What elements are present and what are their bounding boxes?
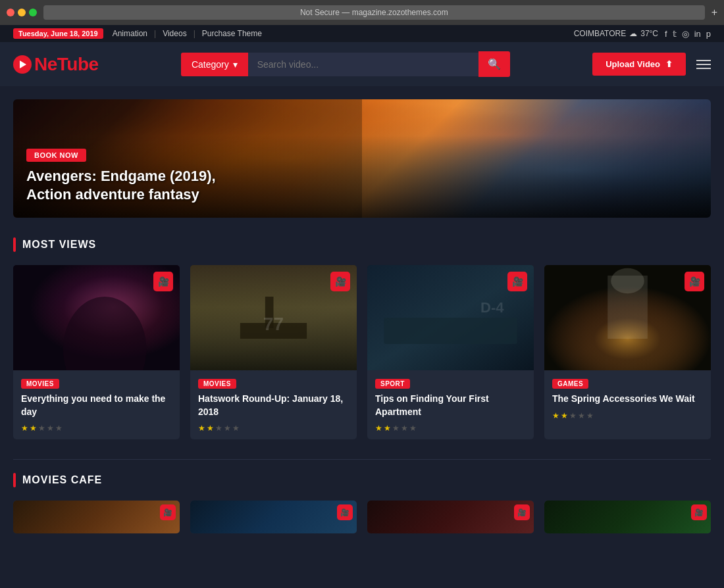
cafe-camera-icon-1: 🎥 xyxy=(163,508,172,517)
video-card-1[interactable]: 🎥 MOVIES Everything you need to make the… xyxy=(13,265,180,439)
upload-button[interactable]: Upload Video ⬆ xyxy=(592,53,686,76)
category-tag-3: SPORT xyxy=(375,379,410,389)
twitter-icon[interactable]: 𝕥 xyxy=(673,29,677,39)
movies-cafe-card-4[interactable]: 🎥 xyxy=(544,501,711,533)
star3-4: ★ xyxy=(401,424,408,433)
new-tab-button[interactable]: + xyxy=(711,7,717,18)
menu-button[interactable] xyxy=(696,60,711,69)
most-views-section: MOST VIEWS xyxy=(13,237,711,439)
maximize-dot[interactable] xyxy=(29,9,37,16)
logo-tube: Tube xyxy=(57,54,99,74)
minimize-dot[interactable] xyxy=(18,9,26,16)
movies-cafe-section: MOVIES CAFE 🎥 🎥 xyxy=(13,473,711,533)
movies-cafe-card-3[interactable]: 🎥 xyxy=(367,501,534,533)
nav-purchase[interactable]: Purchase Theme xyxy=(202,29,262,38)
section-title-most-views: MOST VIEWS xyxy=(22,239,96,251)
card-title-1: Everything you need to make the day xyxy=(21,393,172,418)
category-tag-1: MOVIES xyxy=(21,379,59,389)
cafe-video-badge-4: 🎥 xyxy=(691,504,707,520)
star3-5: ★ xyxy=(409,424,417,433)
star4-5: ★ xyxy=(586,411,594,420)
category-tag-4: GAMES xyxy=(552,379,588,389)
weather-info: COIMBATORE ☁ 37°C xyxy=(574,29,658,38)
svg-text:77: 77 xyxy=(263,314,284,334)
star4-4: ★ xyxy=(578,411,585,420)
most-views-cards-grid: 🎥 MOVIES Everything you need to make the… xyxy=(13,265,711,439)
nav-sep-1: | xyxy=(154,29,156,38)
top-info-bar: Tuesday, June 18, 2019 Animation | Video… xyxy=(0,25,724,42)
stars-4: ★ ★ ★ ★ ★ xyxy=(552,411,703,420)
logo-text: NeTube xyxy=(34,54,99,75)
stars-3: ★ ★ ★ ★ ★ xyxy=(375,424,526,433)
card-title-3: Tips on Finding Your First Apartment xyxy=(375,393,526,418)
card-body-3: SPORT Tips on Finding Your First Apartme… xyxy=(367,370,534,439)
hero-title-line2: Action adventure fantasy xyxy=(26,185,698,205)
logo-ne: Ne xyxy=(34,54,57,74)
svg-rect-11 xyxy=(384,318,517,344)
header-right: Upload Video ⬆ xyxy=(592,53,711,76)
dropdown-arrow-icon: ▾ xyxy=(233,59,238,70)
section-separator xyxy=(13,459,711,460)
video-card-2[interactable]: 77 🎥 MOVIES Hatswork Round-Up: January 1… xyxy=(190,265,357,439)
linkedin-icon[interactable]: in xyxy=(694,29,701,39)
card-thumb-2: 77 🎥 xyxy=(190,265,357,370)
movies-cafe-card-1[interactable]: 🎥 xyxy=(13,501,180,533)
svg-point-15 xyxy=(611,268,644,293)
upload-icon: ⬆ xyxy=(665,59,673,69)
instagram-icon[interactable]: ◎ xyxy=(682,29,689,39)
star3-3: ★ xyxy=(392,424,400,433)
nav-videos[interactable]: Videos xyxy=(163,29,186,38)
camera-icon-1: 🎥 xyxy=(158,276,169,287)
main-header: NeTube Category ▾ 🔍 Upload Video ⬆ xyxy=(0,42,724,86)
cafe-thumb-2: 🎥 xyxy=(190,501,357,533)
video-badge-1: 🎥 xyxy=(153,272,173,291)
date-badge: Tuesday, June 18, 2019 xyxy=(13,28,103,39)
social-icons: f 𝕥 ◎ in p xyxy=(665,29,711,39)
book-now-button[interactable]: BOOK NOW xyxy=(26,149,86,162)
card-thumb-4: 🎥 xyxy=(544,265,711,370)
pinterest-icon[interactable]: p xyxy=(706,29,711,39)
logo[interactable]: NeTube xyxy=(13,54,99,75)
search-button[interactable]: 🔍 xyxy=(478,51,510,77)
nav-animation[interactable]: Animation xyxy=(113,29,147,38)
search-input[interactable] xyxy=(248,53,478,76)
camera-icon-3: 🎥 xyxy=(512,276,523,287)
weather-icon: ☁ xyxy=(629,29,637,38)
category-label: Category xyxy=(192,59,229,70)
movies-cafe-card-2[interactable]: 🎥 xyxy=(190,501,357,533)
search-icon: 🔍 xyxy=(488,59,501,70)
facebook-icon[interactable]: f xyxy=(665,29,667,39)
star1-1: ★ xyxy=(21,424,28,433)
star4-1: ★ xyxy=(552,411,559,420)
upload-label: Upload Video xyxy=(606,59,660,69)
hero-title-line1: Avengers: Endgame (2019), xyxy=(26,167,698,186)
star2-2: ★ xyxy=(207,424,214,433)
menu-line-2 xyxy=(696,64,711,65)
video-card-4[interactable]: 🎥 GAMES The Spring Accessories We Wait ★… xyxy=(544,265,711,439)
star3-2: ★ xyxy=(384,424,391,433)
star2-3: ★ xyxy=(215,424,222,433)
address-bar[interactable]: Not Secure — magazine.zozothemes.com xyxy=(43,5,705,20)
search-area: Category ▾ 🔍 xyxy=(181,51,510,77)
section-bar-accent xyxy=(13,237,16,252)
location-text: COIMBATORE xyxy=(574,29,627,38)
menu-line-3 xyxy=(696,68,711,69)
star1-3: ★ xyxy=(38,424,45,433)
camera-icon-4: 🎥 xyxy=(689,276,700,287)
star2-4: ★ xyxy=(224,424,231,433)
hero-banner[interactable]: BOOK NOW Avengers: Endgame (2019), Actio… xyxy=(13,99,711,218)
cafe-video-badge-3: 🎥 xyxy=(514,504,530,520)
category-button[interactable]: Category ▾ xyxy=(181,53,248,76)
star4-2: ★ xyxy=(561,411,568,420)
star2-5: ★ xyxy=(232,424,240,433)
stars-2: ★ ★ ★ ★ ★ xyxy=(198,424,349,433)
close-dot[interactable] xyxy=(7,9,14,16)
star1-2: ★ xyxy=(30,424,37,433)
star1-5: ★ xyxy=(55,424,63,433)
card-title-2: Hatswork Round-Up: January 18, 2018 xyxy=(198,393,349,418)
card-body-2: MOVIES Hatswork Round-Up: January 18, 20… xyxy=(190,370,357,439)
menu-line-1 xyxy=(696,60,711,61)
cafe-camera-icon-4: 🎥 xyxy=(694,508,704,517)
video-card-3[interactable]: D-4 🎥 SPORT Tips on Finding Your First A… xyxy=(367,265,534,439)
top-bar-right: COIMBATORE ☁ 37°C f 𝕥 ◎ in p xyxy=(574,29,711,39)
